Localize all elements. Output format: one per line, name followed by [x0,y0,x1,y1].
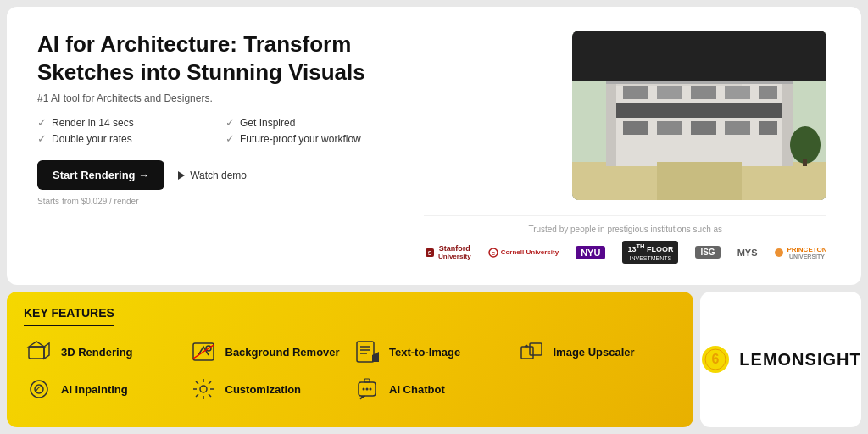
svg-rect-11 [759,86,777,99]
feature-bullet-1: ✓ Render in 14 secs [37,116,205,129]
ai-inpainting-label: AI Inpainting [61,383,128,396]
check-icon-3: ✓ [37,132,47,145]
svg-point-26 [775,248,783,257]
svg-marker-37 [372,352,379,362]
ai-inpainting-icon [24,374,54,404]
image-upscaler-icon [516,337,547,367]
price-note: Starts from $0.029 / render [37,197,393,206]
feature-ai-chatbot: AI Chatbot [352,374,513,404]
ai-chatbot-label: AI Chatbot [389,383,445,396]
lemonsight-logo: 6 LEMONSIGHT [700,344,860,375]
image-upscaler-label: Image Upscaler [554,346,635,359]
feature-image-upscaler: Image Upscaler [516,337,677,367]
check-icon-4: ✓ [225,132,235,145]
feature-3d-rendering: 3D Rendering [24,337,185,367]
logos-row: S StanfordUniversity C Cornell Universit… [424,241,826,264]
svg-rect-7 [623,86,648,99]
feature-customization: Customization [188,374,349,404]
svg-rect-33 [357,342,374,362]
check-icon-2: ✓ [225,116,235,129]
features-header: KEY FEATURES [24,306,114,326]
ai-chatbot-icon [352,374,382,404]
svg-rect-39 [530,343,542,355]
watch-demo-label: Watch demo [190,170,247,181]
3d-rendering-icon [24,337,54,367]
feature-bullets: ✓ Render in 14 secs ✓ Get Inspired ✓ Dou… [37,116,393,145]
floor13-logo: 13TH FLOORINVESTMENTS [622,241,678,264]
bg-remover-icon [188,337,219,367]
check-icon-1: ✓ [37,116,47,129]
princeton-logo: PRINCETONUNIVERSITY [774,246,826,259]
nyu-logo: NYU [576,246,605,259]
subtitle: #1 AI tool for Architects and Designers. [37,92,393,104]
svg-rect-10 [725,86,750,99]
text-to-image-label: Text-to-Image [389,346,460,359]
feature-bullet-4: ✓ Future-proof your workflow [225,132,393,145]
svg-text:C: C [492,251,496,256]
hero-right: Trusted by people in prestigious institu… [424,31,826,264]
bottom-row: KEY FEATURES 3D Rendering Background Rem… [7,292,861,427]
svg-rect-6 [782,81,793,166]
text-to-image-icon [352,337,382,367]
svg-rect-27 [29,347,44,359]
feature-ai-inpainting: AI Inpainting [24,374,185,404]
svg-rect-5 [606,81,616,166]
play-icon [178,171,185,180]
watch-demo-button[interactable]: Watch demo [178,170,247,181]
svg-rect-8 [657,86,682,99]
svg-rect-18 [572,31,826,81]
architecture-image [572,31,826,200]
svg-rect-4 [606,103,793,118]
feature-bullet-3: ✓ Double your rates [37,132,205,145]
cta-row: Start Rendering → Watch demo [37,160,393,190]
trusted-section: Trusted by people in prestigious institu… [424,215,826,264]
cornell-logo: C Cornell University [488,248,559,258]
svg-point-44 [363,388,365,391]
svg-text:6: 6 [712,352,720,366]
feature-label-2: Get Inspired [240,117,295,129]
svg-marker-28 [29,342,44,347]
isg-logo: ISG [695,246,720,259]
feature-label-3: Double your rates [52,133,132,145]
feature-label-1: Render in 14 secs [52,117,134,129]
top-card: AI for Architecture: Transform Sketches … [7,7,861,285]
start-rendering-label: Start Rendering → [53,169,149,181]
svg-rect-21 [657,162,742,200]
svg-rect-38 [521,347,533,359]
main-title: AI for Architecture: Transform Sketches … [37,31,393,86]
svg-point-46 [370,388,372,391]
lemonsight-brand-label: LEMONSIGHT [739,350,860,370]
svg-point-19 [790,126,821,164]
start-rendering-button[interactable]: Start Rendering → [37,160,164,190]
bg-remover-label: Background Remover [225,346,340,359]
lemonsight-icon: 6 [700,344,731,375]
svg-point-40 [31,381,47,398]
svg-point-42 [200,386,207,392]
svg-point-45 [366,388,369,391]
svg-marker-29 [44,343,49,359]
lemonsight-card: 6 LEMONSIGHT [700,292,861,427]
feature-text-to-image: Text-to-Image [352,337,513,367]
trusted-label: Trusted by people in prestigious institu… [424,225,826,234]
hero-left: AI for Architecture: Transform Sketches … [37,31,393,206]
feature-label-4: Future-proof your workflow [240,133,361,145]
svg-rect-9 [691,86,716,99]
features-grid: 3D Rendering Background Remover Text-to-… [24,337,676,404]
svg-rect-20 [803,159,807,166]
feature-bullet-2: ✓ Get Inspired [225,116,393,129]
mys-logo: MYS [737,248,758,258]
3d-rendering-label: 3D Rendering [61,346,133,359]
feature-bg-remover: Background Remover [188,337,349,367]
customization-icon [188,374,219,404]
svg-rect-13 [657,121,682,135]
svg-rect-15 [725,121,750,135]
features-card: KEY FEATURES 3D Rendering Background Rem… [7,292,693,427]
svg-rect-16 [759,121,777,135]
svg-rect-14 [691,121,716,135]
svg-rect-12 [623,121,648,135]
stanford-logo: S StanfordUniversity [424,244,471,260]
svg-text:S: S [428,250,432,256]
customization-label: Customization [225,383,302,396]
